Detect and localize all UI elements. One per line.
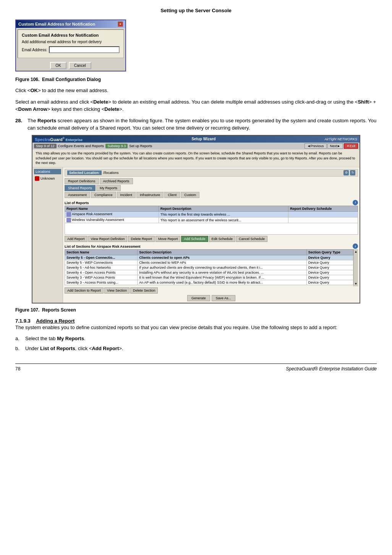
exit-button[interactable]: ✕Exit: [344, 143, 358, 149]
table-row[interactable]: Wireless Vulnerability Assessment This r…: [65, 217, 358, 223]
sidebar-item-unknown[interactable]: Unknown: [34, 176, 61, 181]
table-row: [65, 223, 358, 234]
section-type-cell: Device Query: [306, 260, 353, 265]
sections-table: Section Name Section Description Section…: [65, 249, 353, 285]
cancel-button[interactable]: Cancel: [69, 62, 91, 69]
dialog-body: Custom Email Address for Notification Ad…: [18, 29, 124, 58]
close-icon[interactable]: ×: [118, 21, 123, 27]
table-row[interactable]: Severity 5 - Open Connectio... Clients c…: [65, 255, 353, 260]
rs-tabs-row1: Report Definitions Archived Reports: [65, 178, 358, 184]
tab-incident[interactable]: Incident: [117, 192, 136, 198]
col-section-type: Section Query Type: [306, 249, 353, 255]
scroll-up-icon[interactable]: ▲: [355, 250, 358, 253]
location-label: Selected Location:: [67, 170, 102, 175]
add-schedule-button[interactable]: Add Schedule: [181, 236, 208, 242]
page-footer: 78 SpectraGuard® Enterprise Installation…: [15, 364, 377, 372]
delete-section-button[interactable]: Delete Section: [130, 287, 158, 294]
step-a: a. Select the tab My Reports.: [15, 335, 377, 342]
alpha-a: a.: [15, 335, 23, 342]
move-report-button[interactable]: Move Report: [156, 236, 181, 242]
item28: 28. The Reports screen appears as shown …: [15, 117, 377, 132]
report-row-icon: [66, 218, 71, 222]
view-report-def-button[interactable]: View Report Definition: [88, 236, 128, 242]
table-row[interactable]: Severity 5 - WEP Connections Clients con…: [65, 260, 353, 265]
rs-logo-left: SpectraGuard® Enterprise: [35, 137, 83, 142]
folder-icon: [35, 176, 39, 181]
footer-brand: SpectraGuard® Enterprise Installation Gu…: [286, 366, 377, 372]
rs-stepbar: Step 9 of 12 Configure Events and Report…: [32, 143, 360, 149]
reports-action-bar: Add Report View Report Definition Delete…: [65, 236, 358, 242]
email-input[interactable]: [49, 46, 120, 53]
next-button[interactable]: Next►: [327, 143, 343, 149]
info-icon-reports: i: [353, 200, 358, 205]
section-type-cell: Device Query: [306, 280, 353, 285]
generate-button[interactable]: Generate: [187, 295, 210, 301]
col-section-name: Section Name: [65, 249, 138, 255]
page-title: Setting up the Server Console: [15, 8, 377, 13]
para1: Click <OK> to add the new email address.: [15, 87, 377, 94]
tab-my-reports[interactable]: My Reports: [96, 185, 121, 191]
tab-shared-reports[interactable]: Shared Reports: [65, 185, 96, 191]
scrollbar[interactable]: ▲ ▼: [353, 249, 358, 286]
section-title: Adding a Report: [36, 318, 75, 324]
cancel-schedule-button[interactable]: Cancel Schedule: [236, 236, 267, 242]
tab-client[interactable]: Client: [164, 192, 180, 198]
edit-schedule-button[interactable]: Edit Schedule: [209, 236, 236, 242]
section-number: 7.1.9.3: [15, 318, 31, 324]
tab-report-definitions[interactable]: Report Definitions: [65, 178, 99, 184]
section-name-cell: Severity 3 - Access Points using...: [65, 280, 138, 285]
settings-icon[interactable]: ⚙: [343, 170, 349, 175]
tab-custom[interactable]: Custom: [181, 192, 199, 198]
scroll-down-icon[interactable]: ▼: [355, 282, 358, 286]
report-desc-cell: This report is the first step towards wi…: [159, 211, 288, 217]
table-row[interactable]: Airspace Risk Assessment This report is …: [65, 211, 358, 217]
email-field-label: Email Address:: [22, 48, 47, 52]
rs-location-bar: Selected Location: //locations ⚙ ↻: [65, 169, 358, 177]
ok-button[interactable]: OK: [50, 62, 66, 69]
tab-assessment[interactable]: Assessment: [65, 192, 90, 198]
save-as-button[interactable]: Save As...: [212, 295, 236, 301]
item28-text: The Reports screen appears as shown in t…: [28, 117, 377, 132]
rs-sidebar-title: Locations: [34, 169, 61, 174]
rs-tabs-row3: Assessment Compliance Incident Infrastru…: [65, 192, 358, 198]
section-desc-cell: If your authorized clients are directly …: [138, 265, 307, 270]
section-desc-cell: Clients connected to open APs: [138, 255, 307, 260]
add-section-button[interactable]: Add Section to Report: [65, 287, 104, 294]
email-dialog-wrapper: Custom Email Address for Notification × …: [15, 19, 377, 71]
table-row[interactable]: Severity 3 - WEP Access Points It is wel…: [65, 275, 353, 280]
report-desc-cell: This report is an assessment of the wire…: [159, 217, 288, 223]
email-dialog: Custom Email Address for Notification × …: [15, 19, 126, 71]
add-report-button[interactable]: Add Report: [65, 236, 87, 242]
tab-compliance[interactable]: Compliance: [91, 192, 116, 198]
delete-report-button[interactable]: Delete Report: [128, 236, 155, 242]
refresh-icon[interactable]: ↻: [350, 170, 355, 175]
configure-label: Configure Events and Reports: [58, 144, 104, 148]
location-icons: ⚙ ↻: [343, 170, 355, 175]
rs-bottom-btns: Generate Save As...: [65, 295, 358, 301]
item28-num: 28.: [15, 117, 24, 132]
figure106-caption: Figure 106. Email Configuration Dialog: [15, 77, 377, 82]
table-row[interactable]: Severity 5 - Ad-hoc Networks If your aut…: [65, 265, 353, 270]
section-name-cell: Severity 4 - Open Access Points: [65, 270, 138, 275]
list-of-reports-title: List of Reports: [65, 201, 89, 205]
col-report-desc: Report Description: [159, 206, 288, 211]
section-desc-cell: It is well known that the Wired Equivale…: [138, 275, 307, 280]
table-row[interactable]: Severity 4 - Open Access Points Installi…: [65, 270, 353, 275]
view-section-button[interactable]: View Section: [104, 287, 130, 294]
sections-action-bar: Add Section to Report View Section Delet…: [65, 287, 358, 294]
para2: Select an email address and click <Delet…: [15, 98, 377, 113]
report-schedule-cell: [288, 211, 358, 217]
dialog-body-title: Custom Email Address for Notification: [22, 33, 120, 37]
rs-description: This step allows you to use the reports …: [32, 149, 360, 167]
step-a-text: Select the tab My Reports.: [25, 335, 86, 342]
rs-header: SpectraGuard® Enterprise Setup Wizard Ai…: [32, 136, 360, 143]
step-b: b. Under List of Reports, click <Add Rep…: [15, 345, 377, 352]
info-icon-sections: i: [353, 243, 358, 249]
rs-nav-btns: ◄Previous Next► ✕Exit: [305, 143, 358, 149]
table-row[interactable]: Severity 3 - Access Points using... An A…: [65, 280, 353, 285]
prev-button[interactable]: ◄Previous: [305, 143, 327, 149]
list-of-sections-title: List of Sections for Airspace Risk Asses…: [65, 245, 140, 248]
section-719: 7.1.9.3 Adding a Report: [15, 318, 377, 324]
tab-infrastructure[interactable]: Infrastructure: [136, 192, 164, 198]
tab-archived-reports[interactable]: Archived Reports: [100, 178, 133, 184]
